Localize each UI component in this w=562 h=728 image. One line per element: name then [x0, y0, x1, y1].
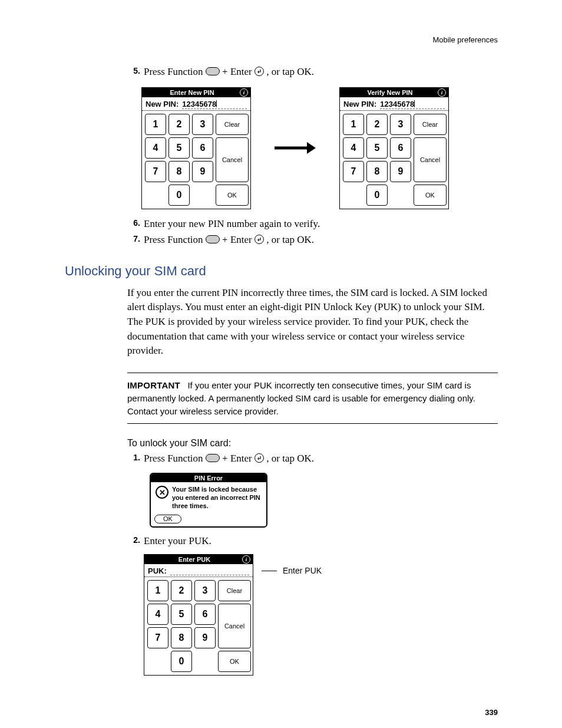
- key-blank: [390, 185, 411, 206]
- key-4[interactable]: 4: [343, 137, 364, 159]
- step-text: Press Function: [144, 453, 206, 464]
- key-1[interactable]: 1: [343, 114, 364, 135]
- key-4[interactable]: 4: [145, 137, 166, 159]
- body-paragraph: If you enter the current PIN incorrectly…: [127, 286, 498, 358]
- key-3[interactable]: 3: [194, 580, 216, 601]
- key-5[interactable]: 5: [366, 137, 388, 159]
- keypad-title: Enter PUK: [147, 556, 242, 563]
- key-clear[interactable]: Clear: [414, 114, 447, 135]
- step-number: 6.: [127, 218, 140, 229]
- function-button-icon: [206, 67, 220, 75]
- dialog-title: PIN Error: [151, 474, 266, 482]
- figure-pin-keypads: Enter New PINi New PIN:12345678 1 2 3 Cl…: [141, 87, 498, 209]
- important-label: IMPORTANT: [127, 380, 180, 390]
- key-9[interactable]: 9: [194, 627, 216, 648]
- info-icon: i: [438, 88, 446, 97]
- puk-label: PUK:: [148, 566, 167, 575]
- step-b2: 2. Enter your PUK.: [65, 535, 498, 548]
- key-3[interactable]: 3: [390, 114, 411, 135]
- pin-error-dialog: PIN Error ✕ Your SIM is locked because y…: [150, 473, 267, 528]
- key-blank: [145, 185, 166, 206]
- key-2[interactable]: 2: [366, 114, 388, 135]
- step-5: 5. Press Function + Enter , or tap OK.: [65, 65, 498, 79]
- key-7[interactable]: 7: [343, 161, 364, 182]
- key-clear[interactable]: Clear: [216, 114, 249, 135]
- step-text: , or tap OK.: [266, 453, 314, 464]
- step-text: + Enter: [222, 453, 254, 464]
- pin-value: 12345678: [182, 100, 216, 108]
- step-number: 5.: [127, 65, 140, 77]
- step-text: Press Function: [144, 234, 206, 245]
- key-1[interactable]: 1: [145, 114, 166, 135]
- key-6[interactable]: 6: [390, 137, 411, 159]
- key-8[interactable]: 8: [171, 627, 192, 648]
- running-header: Mobile preferences: [65, 35, 498, 44]
- step-b1: 1. Press Function + Enter , or tap OK.: [65, 452, 498, 466]
- step-number: 2.: [127, 535, 140, 546]
- key-clear[interactable]: Clear: [218, 580, 251, 601]
- pin-value: 12345678: [380, 100, 414, 108]
- figure-puk-keypad: Enter PUKi PUK: 1 2 3 Clear 4 5 6 Cancel…: [144, 554, 498, 676]
- key-cancel[interactable]: Cancel: [218, 604, 251, 648]
- error-icon: ✕: [156, 486, 168, 499]
- callout-line: [262, 571, 277, 571]
- step-7: 7. Press Function + Enter , or tap OK.: [65, 233, 498, 247]
- key-1[interactable]: 1: [147, 580, 168, 601]
- key-8[interactable]: 8: [168, 161, 190, 182]
- svg-marker-1: [307, 142, 316, 154]
- divider: [127, 373, 498, 373]
- key-blank: [192, 185, 213, 206]
- key-7[interactable]: 7: [145, 161, 166, 182]
- key-3[interactable]: 3: [192, 114, 213, 135]
- key-cancel[interactable]: Cancel: [216, 137, 249, 182]
- key-0[interactable]: 0: [366, 185, 388, 206]
- dialog-message: Your SIM is locked because you entered a…: [172, 486, 262, 510]
- callout-enter-puk: Enter PUK: [262, 566, 322, 575]
- dialog-ok-button[interactable]: OK: [154, 515, 181, 523]
- info-icon: i: [242, 555, 250, 564]
- step-text: + Enter: [222, 66, 254, 77]
- step-text: , or tap OK.: [266, 66, 314, 77]
- key-9[interactable]: 9: [390, 161, 411, 182]
- key-6[interactable]: 6: [194, 604, 216, 625]
- key-5[interactable]: 5: [168, 137, 190, 159]
- step-6: 6. Enter your new PIN number again to ve…: [65, 218, 498, 231]
- enter-button-icon: [254, 67, 264, 76]
- step-text: Enter your PUK.: [144, 535, 498, 548]
- enter-button-icon: [254, 235, 264, 244]
- key-blank: [147, 651, 168, 672]
- divider: [127, 423, 498, 424]
- key-ok[interactable]: OK: [414, 185, 447, 206]
- keypad-title: Verify New PIN: [342, 89, 438, 96]
- important-note: IMPORTANT If you enter your PUK incorrec…: [127, 379, 498, 417]
- key-4[interactable]: 4: [147, 604, 168, 625]
- step-number: 1.: [127, 452, 140, 463]
- key-ok[interactable]: OK: [216, 185, 249, 206]
- key-blank: [343, 185, 364, 206]
- function-button-icon: [206, 454, 220, 462]
- key-6[interactable]: 6: [192, 137, 213, 159]
- callout-text: Enter PUK: [283, 566, 322, 575]
- key-2[interactable]: 2: [171, 580, 192, 601]
- section-heading: Unlocking your SIM card: [65, 263, 498, 279]
- key-cancel[interactable]: Cancel: [414, 137, 447, 182]
- step-text: + Enter: [222, 234, 254, 245]
- key-7[interactable]: 7: [147, 627, 168, 648]
- key-2[interactable]: 2: [168, 114, 190, 135]
- page-number: 339: [485, 708, 498, 717]
- key-5[interactable]: 5: [171, 604, 192, 625]
- info-icon: i: [240, 88, 248, 97]
- pin-label: New PIN:: [146, 100, 178, 109]
- arrow-right-icon: [275, 141, 316, 155]
- keypad-enter-puk: Enter PUKi PUK: 1 2 3 Clear 4 5 6 Cancel…: [144, 554, 253, 676]
- key-0[interactable]: 0: [168, 185, 190, 206]
- pin-label: New PIN:: [343, 100, 376, 109]
- key-ok[interactable]: OK: [218, 651, 251, 672]
- key-9[interactable]: 9: [192, 161, 213, 182]
- key-0[interactable]: 0: [171, 651, 192, 672]
- step-text: , or tap OK.: [266, 234, 314, 245]
- procedure-subhead: To unlock your SIM card:: [127, 438, 498, 449]
- function-button-icon: [206, 235, 220, 243]
- key-8[interactable]: 8: [366, 161, 388, 182]
- keypad-title: Enter New PIN: [144, 89, 240, 96]
